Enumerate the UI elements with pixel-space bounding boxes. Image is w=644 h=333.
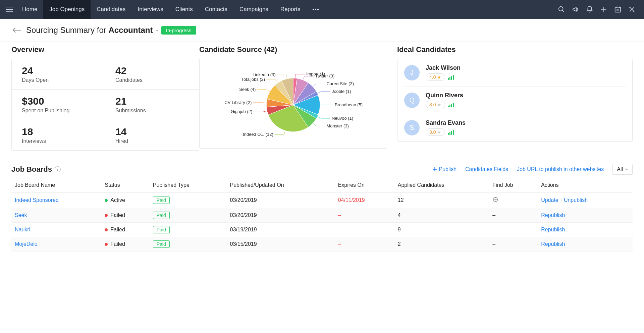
action-republish[interactable]: Republish <box>541 227 565 232</box>
nav-job-openings[interactable]: Job Openings <box>43 0 91 19</box>
tools-icon[interactable] <box>628 5 636 13</box>
action-republish[interactable]: Republish <box>541 212 565 218</box>
pie-label: Totaljobs (2) <box>241 77 265 82</box>
jobboards-heading: Job Boards <box>11 165 52 174</box>
paid-pill: Paid <box>153 197 170 204</box>
findjob-cell: – <box>489 223 538 237</box>
action-unpublish[interactable]: Unpublish <box>564 197 588 203</box>
stat-value: $300 <box>22 96 95 107</box>
svg-point-3 <box>559 7 563 11</box>
back-arrow-icon[interactable] <box>11 25 22 36</box>
nav-contacts[interactable]: Contacts <box>199 0 233 19</box>
stat-label: Interviews <box>22 138 95 144</box>
nav-candidates[interactable]: Candidates <box>91 0 131 19</box>
avatar: Q <box>404 93 420 108</box>
nav-interviews[interactable]: Interviews <box>131 0 169 19</box>
applied-cell: 9 <box>394 223 489 237</box>
published-cell: 03/20/2019 <box>227 192 335 208</box>
column-header: Expires On <box>335 178 394 192</box>
candidate-row[interactable]: QQuinn Rivers3.0 ★ <box>404 87 626 114</box>
table-row: MojeDeloFailedPaid03/15/2019–2–Republish <box>11 237 633 252</box>
nav-campaigns[interactable]: Campaigns <box>233 0 274 19</box>
expires-cell: – <box>335 237 394 252</box>
globe-icon[interactable] <box>492 198 498 204</box>
status-cell: Failed <box>101 237 149 252</box>
table-row: NaukriFailedPaid03/19/2019–9–Republish <box>11 223 633 237</box>
svg-point-0 <box>313 9 314 10</box>
action-republish[interactable]: Republish <box>541 241 565 247</box>
stat-cell: $300Spent on Publishing <box>12 90 105 120</box>
jobboards-table: Job Board NameStatusPublished TypePublis… <box>11 178 633 252</box>
pie-label: Indeed O... (12) <box>243 132 273 137</box>
board-name-link[interactable]: Indeed Sponsored <box>15 197 59 203</box>
findjob-cell: – <box>489 208 538 223</box>
paid-pill: Paid <box>153 226 170 233</box>
candidate-row[interactable]: SSandra Evans3.0 ★ <box>404 114 626 141</box>
top-nav: HomeJob OpeningsCandidatesInterviewsClie… <box>0 0 644 19</box>
source-heading: Candidate Source (42) <box>199 45 387 54</box>
status-cell: Active <box>101 192 149 208</box>
applied-cell: 12 <box>394 192 489 208</box>
nav-reports[interactable]: Reports <box>274 0 307 19</box>
paid-pill: Paid <box>153 240 170 248</box>
table-row: SeekFailedPaid03/20/2019–4–Republish <box>11 208 633 223</box>
publish-button[interactable]: Publish <box>432 166 457 172</box>
table-row: Indeed SponsoredActivePaid03/20/201904/1… <box>11 192 633 208</box>
action-update[interactable]: Update <box>541 197 558 203</box>
pie-label: Monster (3) <box>326 123 348 128</box>
nav-clients[interactable]: Clients <box>169 0 199 19</box>
stat-value: 24 <box>22 65 95 76</box>
applied-cell: 4 <box>394 208 489 223</box>
board-name-link[interactable]: Naukri <box>15 227 30 232</box>
calendar-icon[interactable]: 31 <box>614 5 622 13</box>
nav-home[interactable]: Home <box>16 0 43 19</box>
candidate-name: Sandra Evans <box>426 119 626 126</box>
column-header: Applied Candidates <box>394 178 489 192</box>
pie-label: Twitter (3) <box>315 73 335 78</box>
column-header: Find Job <box>489 178 538 192</box>
title-separator: - <box>156 27 158 33</box>
svg-point-2 <box>317 9 319 10</box>
stat-cell: 14Hired <box>105 120 199 150</box>
ideal-candidates-card: JJack Wilson4.0 ★QQuinn Rivers3.0 ★SSand… <box>397 59 633 142</box>
svg-point-1 <box>315 9 316 10</box>
rating-pill: 3.0 ★ <box>426 101 445 108</box>
stat-label: Candidates <box>115 77 189 83</box>
stat-label: Spent on Publishing <box>22 108 95 114</box>
pie-label: Gigajob (2) <box>231 109 252 114</box>
search-icon[interactable] <box>557 5 566 13</box>
candidate-row[interactable]: JJack Wilson4.0 ★ <box>404 59 626 87</box>
board-name-link[interactable]: Seek <box>15 212 27 218</box>
candidates-fields-link[interactable]: Candidates Fields <box>465 166 508 172</box>
candidate-name: Quinn Rivers <box>426 92 626 99</box>
stat-value: 18 <box>22 126 95 137</box>
column-header: Published/Updated On <box>227 178 335 192</box>
svg-text:31: 31 <box>616 9 620 12</box>
candidate-name: Jack Wilson <box>426 64 626 71</box>
hamburger-menu-icon[interactable] <box>3 3 16 16</box>
published-cell: 03/20/2019 <box>227 208 335 223</box>
job-url-link[interactable]: Job URL to publish in other websites <box>517 166 604 172</box>
stat-value: 42 <box>115 65 189 76</box>
jobboards-header: Job Boards i Publish Candidates Fields J… <box>11 164 633 175</box>
avatar: S <box>404 120 420 135</box>
ideal-heading: Ideal Candidates <box>397 45 633 54</box>
pie-label: CV Library (2) <box>224 100 252 105</box>
column-header: Published Type <box>150 178 227 192</box>
status-badge: In-progress <box>161 26 196 35</box>
plus-icon[interactable] <box>600 5 608 13</box>
status-cell: Failed <box>101 208 149 223</box>
board-name-link[interactable]: MojeDelo <box>15 241 38 247</box>
stats-grid: 24Days Open42Candidates$300Spent on Publ… <box>11 59 199 151</box>
rating-pill: 4.0 ★ <box>426 73 445 81</box>
announce-icon[interactable] <box>572 5 580 13</box>
nav-more-icon[interactable] <box>306 8 325 10</box>
pie-label: Neuvoo (1) <box>332 116 353 121</box>
signal-icon <box>448 75 454 80</box>
stat-cell: 24Days Open <box>12 59 105 90</box>
filter-dropdown[interactable]: All <box>612 164 633 175</box>
info-icon[interactable]: i <box>55 166 61 172</box>
stat-label: Submissions <box>115 108 189 114</box>
published-cell: 03/15/2019 <box>227 237 335 252</box>
bell-icon[interactable] <box>586 5 594 13</box>
